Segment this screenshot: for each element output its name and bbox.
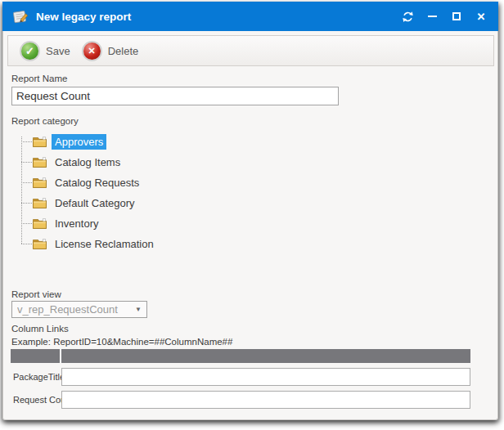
tree-item-label: License Reclamation [52, 236, 157, 252]
tree-item-label: Catalog Requests [52, 175, 142, 190]
title-bar[interactable]: New legacy report ✕ [2, 2, 498, 31]
table-row: Request Count [11, 390, 470, 409]
folder-icon [33, 218, 47, 229]
refresh-icon [402, 11, 414, 23]
packagetitle-link-input[interactable] [61, 368, 470, 386]
report-category-label: Report category [11, 116, 79, 126]
report-name-input[interactable] [11, 87, 339, 105]
minimize-icon [428, 16, 437, 17]
tree-item-catalog-requests[interactable]: Catalog Requests [11, 172, 273, 193]
row-label-packagetitle: PackageTitle [11, 372, 61, 382]
report-view-select[interactable]: v_rep_RequestCount ▼ [11, 301, 147, 318]
tree-item-label: Inventory [52, 216, 101, 231]
tree-item-default-category[interactable]: Default Category [11, 193, 273, 213]
maximize-icon [452, 12, 461, 20]
delete-icon: ✕ [82, 41, 102, 61]
toolbar: ✓ Save ✕ Delete [7, 35, 494, 66]
column-links-example: Example: ReportID=10&Machine=##ColumnNam… [11, 337, 232, 347]
window-title: New legacy report [36, 11, 131, 23]
folder-icon [33, 239, 47, 249]
request-count-link-input[interactable] [61, 391, 470, 409]
folder-icon [33, 137, 47, 147]
close-button[interactable]: ✕ [469, 5, 493, 28]
save-icon: ✓ [20, 41, 40, 61]
report-category-tree: Approvers Catalog Items Catalog [11, 132, 273, 254]
folder-icon [33, 157, 47, 168]
folder-icon [33, 177, 47, 188]
header-cell-name [11, 349, 60, 363]
row-label-request-count: Request Count [11, 395, 61, 405]
maximize-button[interactable] [444, 5, 469, 28]
tree-item-license-reclamation[interactable]: License Reclamation [11, 234, 273, 254]
tree-item-label: Approvers [52, 134, 106, 150]
screen: New legacy report ✕ [0, 0, 504, 430]
report-name-label: Report Name [11, 74, 67, 83]
save-button-label: Save [46, 45, 70, 57]
save-button[interactable]: ✓ Save [20, 41, 70, 61]
table-row: PackageTitle [11, 367, 470, 386]
report-view-value: v_rep_RequestCount [17, 303, 132, 316]
report-view-label: Report view [11, 289, 61, 299]
refresh-button[interactable] [395, 5, 420, 28]
delete-button-label: Delete [108, 45, 139, 57]
header-cell-link [61, 349, 470, 363]
minimize-button[interactable] [420, 5, 444, 28]
column-links-label: Column Links [11, 324, 69, 334]
tree-item-label: Default Category [52, 195, 138, 211]
dialog-window: New legacy report ✕ [2, 2, 498, 420]
column-links-header [11, 349, 470, 363]
notepad-pencil-icon [11, 9, 29, 25]
window-controls: ✕ [395, 5, 493, 28]
tree-item-label: Catalog Items [52, 155, 124, 170]
tree-item-catalog-items[interactable]: Catalog Items [11, 152, 273, 172]
tree-item-inventory[interactable]: Inventory [11, 213, 273, 234]
delete-button[interactable]: ✕ Delete [82, 41, 139, 61]
chevron-down-icon: ▼ [135, 306, 142, 313]
folder-icon [33, 198, 47, 208]
close-icon: ✕ [477, 11, 486, 22]
tree-item-approvers[interactable]: Approvers [11, 132, 273, 152]
